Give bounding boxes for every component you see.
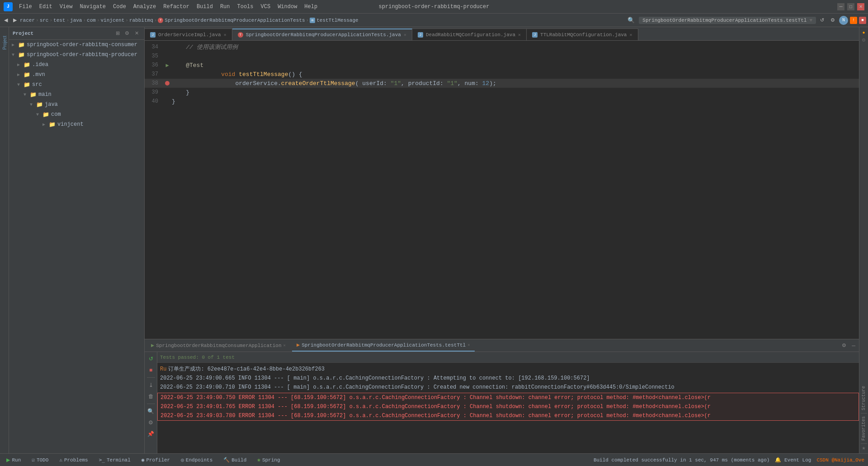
menu-view[interactable]: View [57, 3, 75, 11]
back-button[interactable]: ◀ [2, 16, 10, 24]
consumer-label: springboot-order-rabbitmq-consumer [27, 42, 137, 48]
test-icon: T [158, 18, 163, 23]
menu-window[interactable]: Window [275, 3, 300, 11]
tree-item-producer[interactable]: ▼ 📁 springboot-order-rabbitmq-producer [9, 50, 144, 60]
search-bar[interactable]: SpringbootOrderRabbitmqProducerApplicati… [639, 17, 816, 24]
problems-button[interactable]: ⚠ Problems [57, 456, 90, 464]
spring-button[interactable]: ❀ Spring [255, 456, 283, 464]
profiler-button[interactable]: ◉ Profiler [139, 456, 173, 464]
terminal-button[interactable]: >_ Terminal [96, 456, 133, 464]
folder-icon-src: 📁 [24, 81, 30, 88]
filter-button[interactable]: 🔍 [146, 406, 156, 416]
tab-ttlrabbit[interactable]: J TTLRabbitMQConfiguration.java ✕ [527, 29, 638, 40]
structure-label[interactable]: Structure [861, 384, 866, 412]
minimize-button[interactable]: ─ [837, 3, 844, 10]
menu-help[interactable]: Help [302, 3, 320, 11]
editor-tab-bar: J OrderServiceImpl.java ✕ T SpringbootOr… [145, 27, 859, 41]
tree-item-consumer[interactable]: ▶ 📁 springboot-order-rabbitmq-consumer [9, 40, 144, 50]
run-tab-close-producer[interactable]: ✕ [467, 342, 470, 347]
tab-deadrabbit[interactable]: J DeadRabbitMQConfiguration.java ✕ [412, 29, 527, 40]
tab-close-1[interactable]: ✕ [224, 32, 226, 38]
project-panel: Project ⊞ ⚙ ✕ ▶ 📁 springboot-order-rabbi… [9, 27, 145, 453]
event-log-icon: 🔔 [775, 457, 781, 463]
maximize-button[interactable]: □ [847, 3, 854, 10]
window-title: springboot-order-rabbitmq-producer [379, 4, 490, 10]
settings-button[interactable]: ⚙ [828, 16, 837, 24]
tab-orderserviceimpl[interactable]: J OrderServiceImpl.java ✕ [145, 29, 232, 40]
menu-code[interactable]: Code [110, 3, 129, 11]
breakpoint-dot[interactable] [165, 81, 170, 86]
tree-item-src[interactable]: ▼ 📁 src [9, 80, 144, 90]
close-button[interactable]: ✕ [857, 3, 864, 10]
clear-output-button[interactable]: 🗑 [146, 391, 156, 401]
run-tab-close-consumer[interactable]: ✕ [283, 343, 285, 348]
src-label: src [32, 81, 42, 88]
close-panel-button[interactable]: ✕ [132, 29, 141, 38]
menu-vcs[interactable]: VCS [258, 3, 274, 11]
star-button[interactable]: ★ [860, 445, 868, 452]
rerun-button[interactable]: ↺ [146, 354, 156, 364]
scroll-end-button[interactable]: ⤓ [146, 380, 156, 390]
folder-icon-producer: 📁 [18, 52, 25, 58]
run-panel-minimize-button[interactable]: ─ [850, 342, 857, 349]
event-log-button[interactable]: 🔔 Event Log [775, 457, 811, 463]
run-icon-bottom: ▶ [6, 456, 10, 464]
menu-build[interactable]: Build [194, 3, 216, 11]
log-line-4: 2022-06-25 23:49:01.765 ERROR 11304 --- … [158, 402, 859, 411]
java-file-icon-3: J [418, 32, 423, 38]
run-tab-producer[interactable]: ▶ SpringbootOrderRabbitmqProducerApplica… [292, 339, 475, 352]
stop-button[interactable]: ■ [146, 365, 156, 375]
endpoints-button[interactable]: ◎ Endpoints [178, 456, 215, 464]
todo-button[interactable]: ☑ TODO [29, 456, 51, 464]
tab-close-2[interactable]: ✕ [404, 32, 406, 38]
menu-tools[interactable]: Tools [235, 3, 256, 11]
notifications-button[interactable]: ● [860, 29, 868, 36]
tree-item-main[interactable]: ▼ 📁 main [9, 90, 144, 100]
run-panel-settings-button[interactable]: ⚙ [840, 342, 848, 349]
tree-item-java[interactable]: ▼ 📁 java [9, 100, 144, 109]
test-status: Tests passed: 0 of 1 test [160, 355, 235, 360]
menu-analyze[interactable]: Analyze [131, 3, 159, 11]
editor-area: J OrderServiceImpl.java ✕ T SpringbootOr… [145, 27, 859, 453]
search-button[interactable]: 🔍 [625, 16, 637, 24]
menu-run[interactable]: Run [217, 3, 233, 11]
code-editor[interactable]: 34 // 使用该测试用例 35 36 ▶ @Test 37 [145, 41, 859, 339]
code-line-34: 34 // 使用该测试用例 [145, 43, 859, 52]
menu-navigate[interactable]: Navigate [77, 3, 108, 11]
tree-item-idea[interactable]: ▶ 📁 .idea [9, 60, 144, 70]
refresh-button[interactable]: ↺ [818, 16, 826, 24]
menu-bar: File Edit View Navigate Code Analyze Ref… [16, 3, 320, 11]
project-view-button[interactable]: Project [0, 29, 10, 56]
menu-refactor[interactable]: Refactor [160, 3, 192, 11]
tree-item-com[interactable]: ▼ 📁 com [9, 109, 144, 119]
tree-item-vinjcent[interactable]: ▶ 📁 vinjcent [9, 119, 144, 129]
notification-badge[interactable]: ! [850, 17, 857, 24]
settings-panel-button[interactable]: ⚙ [123, 29, 131, 38]
right-settings-button[interactable]: ⚙ [860, 37, 868, 43]
favorites-label[interactable]: Favorites [861, 414, 866, 442]
menu-file[interactable]: File [16, 3, 35, 11]
right-sidebar: ● ⚙ Structure Favorites ★ [859, 27, 868, 453]
tab-close-4[interactable]: ✕ [629, 32, 632, 38]
code-line-38: 38 orderService.createOrderTtlMessage( u… [145, 79, 859, 88]
tab-springboot-test[interactable]: T SpringbootOrderRabbitmqProducerApplica… [232, 29, 412, 40]
endpoints-icon: ◎ [181, 457, 184, 463]
run-gutter-indicator[interactable]: ▶ [165, 62, 169, 69]
divider-right2 [861, 443, 867, 444]
java-label: java [45, 101, 58, 108]
settings-run-button[interactable]: ⚙ [146, 418, 156, 428]
forward-button[interactable]: ▶ [11, 16, 19, 24]
folder-icon-java: 📁 [36, 101, 43, 108]
tree-item-mvn[interactable]: ▶ 📁 .mvn [9, 70, 144, 80]
pin-button[interactable]: 📌 [146, 429, 156, 439]
collapse-all-button[interactable]: ⊞ [113, 29, 122, 38]
build-message: Build completed successfully in 1 sec, 9… [594, 457, 769, 463]
run-output[interactable]: Ru 订单生产成功: 62ee487e-c1a6-42e4-8bbe-4e2b3… [157, 363, 859, 453]
project-panel-actions: ⊞ ⚙ ✕ [113, 29, 141, 38]
tab-close-3[interactable]: ✕ [518, 32, 521, 38]
run-tab-consumer[interactable]: ▶ SpringbootOrderRabbitmqConsumerApplica… [146, 339, 290, 352]
build-button[interactable]: 🔨 Build [221, 456, 249, 464]
divider2 [147, 404, 155, 404]
run-button-bottom[interactable]: ▶ Run [4, 455, 24, 465]
menu-edit[interactable]: Edit [37, 3, 55, 11]
